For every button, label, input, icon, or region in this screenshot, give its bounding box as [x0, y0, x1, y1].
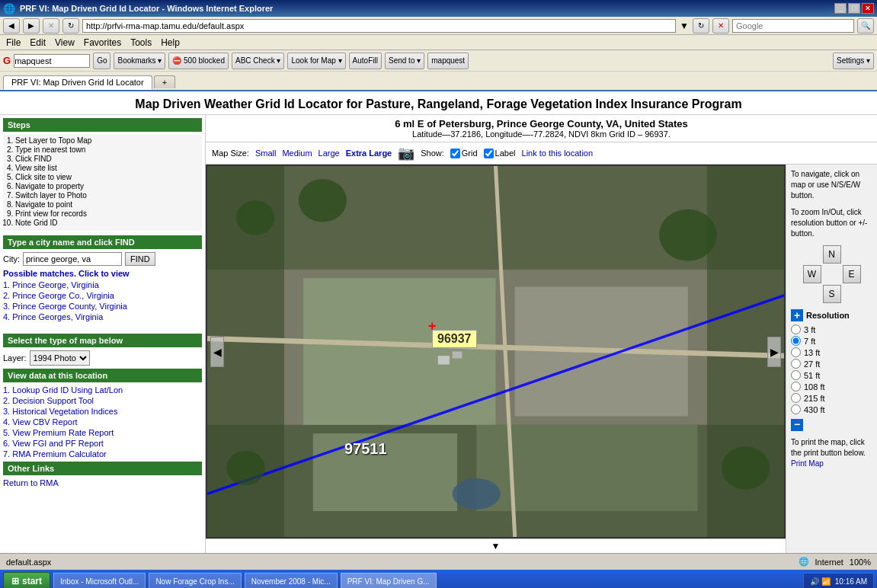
res-7ft-radio[interactable] [791, 336, 801, 346]
refresh-button[interactable]: ↻ [62, 18, 79, 34]
steps-title: Steps [3, 118, 202, 132]
map-nav-left-arrow[interactable]: ◀ [210, 337, 224, 367]
return-to-rma[interactable]: Return to RMA [3, 478, 202, 487]
autofill-button[interactable]: AutoFill [349, 53, 382, 69]
size-extra-large[interactable]: Extra Large [346, 149, 392, 158]
res-430ft[interactable]: 430 ft [791, 404, 872, 414]
forward-button[interactable]: ▶ [23, 18, 40, 34]
res-3ft-radio[interactable] [791, 324, 801, 334]
mapquest-button[interactable]: mapquest [427, 53, 469, 69]
res-13ft[interactable]: 13 ft [791, 347, 872, 357]
back-button[interactable]: ◀ [3, 18, 20, 34]
map-nav-right-arrow[interactable]: ▶ [767, 337, 781, 367]
grid-checkbox[interactable] [450, 149, 460, 158]
map-frame[interactable]: + 96937 97511 ◀ ▶ [206, 165, 786, 538]
link-to-location[interactable]: Link to this location [522, 149, 594, 158]
res-108ft-label: 108 ft [804, 382, 825, 391]
menu-favorites[interactable]: Favorites [84, 37, 121, 48]
zoom-in-button[interactable]: + [791, 309, 803, 321]
match-1[interactable]: 1. Prince George, Virginia [3, 280, 202, 289]
search-go-button[interactable]: 🔍 [857, 18, 874, 34]
view-data-3[interactable]: 3. Historical Vegetation Indices [3, 407, 202, 416]
view-data-4[interactable]: 4. View CBV Report [3, 417, 202, 427]
res-51ft-radio[interactable] [791, 370, 801, 380]
city-input[interactable] [23, 252, 122, 266]
stop2-button[interactable]: ✕ [712, 18, 729, 34]
taskbar: ⊞ start Inbox - Microsoft Outl... Now Fo… [0, 570, 877, 588]
size-medium[interactable]: Medium [282, 149, 312, 158]
nav-east-button[interactable]: E [843, 265, 861, 283]
res-3ft[interactable]: 3 ft [791, 324, 872, 334]
check-button[interactable]: ABC Check ▾ [232, 53, 284, 69]
toolbar-go-button[interactable]: Go [93, 53, 110, 69]
maximize-button[interactable]: □ [848, 3, 860, 14]
zoom-out-button[interactable]: − [791, 419, 803, 431]
taskbar-inbox[interactable]: Inbox - Microsoft Outl... [53, 573, 146, 588]
close-button[interactable]: ✕ [862, 3, 874, 14]
taskbar-forage[interactable]: Now Forage Crop Ins... [149, 573, 241, 588]
menu-edit[interactable]: Edit [30, 37, 46, 48]
tray-icons: 🔊 📶 [810, 577, 831, 586]
label-label: Label [495, 149, 516, 158]
menu-help[interactable]: Help [161, 37, 180, 48]
settings-button[interactable]: Settings ▾ [833, 53, 874, 69]
new-tab-button[interactable]: + [154, 75, 175, 88]
res-215ft[interactable]: 215 ft [791, 393, 872, 403]
menu-tools[interactable]: Tools [130, 37, 152, 48]
find-button[interactable]: FIND [125, 252, 155, 266]
step-2: Type in nearest town [15, 145, 199, 154]
grid-checkbox-label: Grid [450, 149, 478, 158]
search-input[interactable] [732, 19, 854, 33]
menu-file[interactable]: File [6, 37, 21, 48]
print-map-link[interactable]: Print Map [791, 459, 824, 468]
google-toolbar-input[interactable] [14, 54, 90, 68]
match-3[interactable]: 3. Prince George County, Virginia [3, 302, 202, 311]
active-tab[interactable]: PRF VI: Map Driven Grid Id Locator [3, 75, 152, 90]
map-controls: Map Size: Small Medium Large Extra Large… [206, 142, 877, 165]
res-7ft[interactable]: 7 ft [791, 336, 872, 346]
windows-icon: ⊞ [11, 576, 19, 586]
minimize-button[interactable]: _ [834, 3, 847, 14]
start-button[interactable]: ⊞ start [3, 572, 50, 588]
address-bar[interactable] [82, 19, 676, 33]
bookmarks-button[interactable]: Bookmarks ▾ [114, 53, 165, 69]
res-430ft-radio[interactable] [791, 404, 801, 414]
res-215ft-radio[interactable] [791, 393, 801, 403]
res-27ft-radio[interactable] [791, 359, 801, 369]
res-108ft[interactable]: 108 ft [791, 382, 872, 391]
view-data-6[interactable]: 6. View FGI and PF Report [3, 439, 202, 448]
nav-north-button[interactable]: N [823, 245, 841, 264]
view-data-2[interactable]: 2. Decision Support Tool [3, 396, 202, 405]
nav-south-button[interactable]: S [823, 285, 841, 303]
view-data-1[interactable]: 1. Lookup Grid ID Using Lat/Lon [3, 385, 202, 395]
camera-icon[interactable]: 📷 [398, 145, 414, 161]
look-for-map-button[interactable]: Look for Map ▾ [287, 53, 345, 69]
city-label: City: [3, 254, 20, 264]
title-bar: 🌐 PRF VI: Map Driven Grid Id Locator - W… [0, 0, 877, 17]
res-51ft[interactable]: 51 ft [791, 370, 872, 380]
view-data-7[interactable]: 7. RMA Premium Calculator [3, 449, 202, 459]
search-refresh-button[interactable]: ↻ [693, 18, 709, 34]
nav-west-button[interactable]: W [803, 265, 821, 283]
send-to-button[interactable]: Send to ▾ [385, 53, 424, 69]
map-nav-bottom[interactable]: ▼ [206, 538, 786, 553]
nav-bar: ◀ ▶ ✕ ↻ ▼ ↻ ✕ 🔍 [0, 17, 877, 35]
layer-select[interactable]: 1994 Photo Topo Map 2006 Photo [30, 350, 90, 366]
match-2[interactable]: 2. Prince George Co., Virginia [3, 291, 202, 300]
location-title: 6 ml E of Petersburg, Prince George Coun… [209, 118, 874, 129]
res-108ft-radio[interactable] [791, 382, 801, 391]
label-checkbox[interactable] [484, 149, 494, 158]
res-27ft[interactable]: 27 ft [791, 359, 872, 369]
start-label: start [22, 576, 42, 586]
taskbar-prf[interactable]: PRF VI: Map Driven G... [341, 573, 437, 588]
view-data-5[interactable]: 5. View Premium Rate Report [3, 428, 202, 437]
match-4[interactable]: 4. Prince Georges, Virginia [3, 312, 202, 321]
taskbar-november[interactable]: November 2008 - Mic... [245, 573, 338, 588]
size-large[interactable]: Large [318, 149, 340, 158]
stop-button[interactable]: ✕ [43, 18, 59, 34]
res-13ft-radio[interactable] [791, 347, 801, 357]
menu-view[interactable]: View [55, 37, 75, 48]
other-links-title: Other Links [3, 462, 202, 475]
blocked-button[interactable]: ⛔ 500 blocked [168, 53, 229, 69]
size-small[interactable]: Small [255, 149, 277, 158]
